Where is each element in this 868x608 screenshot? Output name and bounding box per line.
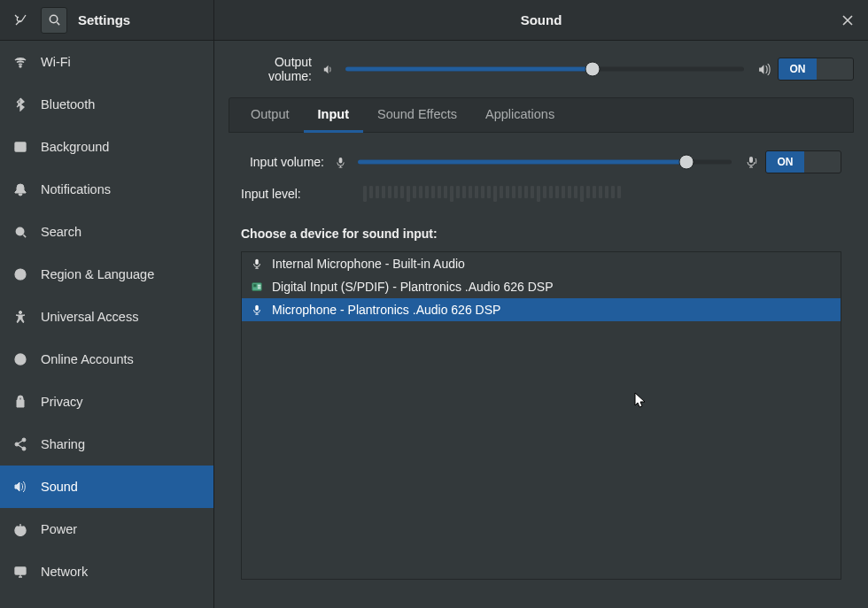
sidebar-item-label: Universal Access <box>41 310 138 324</box>
main-panel: Sound Output volume: <box>214 0 868 608</box>
wifi-icon <box>12 54 28 70</box>
sidebar-item-wi-fi[interactable]: Wi-Fi <box>0 41 213 83</box>
sound-tabs: OutputInputSound EffectsApplications <box>229 97 854 133</box>
volume-high-icon <box>751 62 778 77</box>
sidebar-item-label: Network <box>41 565 88 579</box>
output-volume-slider[interactable] <box>345 62 744 76</box>
sidebar-item-label: Privacy <box>41 395 83 409</box>
sidebar-item-label: Region & Language <box>41 267 154 281</box>
svg-point-3 <box>16 227 23 235</box>
card-icon <box>249 279 265 295</box>
device-item[interactable]: Internal Microphone - Built-in Audio <box>242 252 841 275</box>
toggle-on-label: ON <box>779 58 817 80</box>
svg-rect-12 <box>749 157 753 163</box>
mic-high-icon <box>739 155 765 169</box>
sidebar-item-label: Sharing <box>41 437 85 451</box>
sidebar-item-sharing[interactable]: Sharing <box>0 423 213 466</box>
tab-input[interactable]: Input <box>304 98 363 133</box>
sidebar-item-power[interactable]: Power <box>0 508 213 550</box>
input-volume-label: Input volume: <box>241 155 329 169</box>
sidebar-item-notifications[interactable]: Notifications <box>0 168 213 211</box>
tab-applications[interactable]: Applications <box>471 98 569 132</box>
sidebar-item-label: Bluetooth <box>41 97 95 112</box>
sidebar-item-network[interactable]: Network <box>0 550 213 593</box>
sidebar-nav: Wi-FiBluetoothBackgroundNotificationsSea… <box>0 41 213 608</box>
tab-output[interactable]: Output <box>236 98 304 132</box>
device-label: Internal Microphone - Built-in Audio <box>272 257 465 271</box>
sidebar-item-privacy[interactable]: Privacy <box>0 381 213 423</box>
input-level-meter <box>356 186 841 202</box>
search-icon <box>12 224 28 240</box>
device-label: Digital Input (S/PDIF) - Plantronics .Au… <box>272 280 553 294</box>
sidebar-item-search[interactable]: Search <box>0 211 213 253</box>
sidebar-item-online-accounts[interactable]: Online Accounts <box>0 338 213 381</box>
power-icon <box>12 521 28 537</box>
sidebar-item-sound[interactable]: Sound <box>0 466 213 508</box>
sidebar: Settings Wi-FiBluetoothBackgroundNotific… <box>0 0 214 608</box>
close-button[interactable] <box>827 0 868 41</box>
tab-sound-effects[interactable]: Sound Effects <box>363 98 471 132</box>
bluetooth-icon <box>12 96 28 112</box>
search-button[interactable] <box>41 7 67 34</box>
sidebar-item-background[interactable]: Background <box>0 126 213 168</box>
svg-point-0 <box>50 15 57 22</box>
svg-rect-13 <box>255 259 259 265</box>
input-level-row: Input level: <box>241 186 841 202</box>
main-header: Sound <box>214 0 868 41</box>
sidebar-item-label: Search <box>41 225 81 239</box>
bell-icon <box>12 181 28 197</box>
svg-rect-15 <box>254 284 257 287</box>
output-volume-row: Output volume: ON <box>229 55 854 83</box>
choose-device-label: Choose a device for sound input: <box>241 227 841 241</box>
sidebar-item-region-language[interactable]: Region & Language <box>0 253 213 296</box>
mic-low-icon <box>329 156 351 169</box>
device-item[interactable]: Digital Input (S/PDIF) - Plantronics .Au… <box>242 275 841 298</box>
access-icon <box>12 309 28 325</box>
device-label: Microphone - Plantronics .Audio 626 DSP <box>272 303 500 317</box>
share-icon <box>12 436 28 452</box>
input-device-list: Internal Microphone - Built-in AudioDigi… <box>241 251 841 580</box>
accounts-icon <box>12 351 28 367</box>
sidebar-item-label: Notifications <box>41 182 111 196</box>
svg-rect-16 <box>255 305 259 311</box>
svg-point-1 <box>19 65 21 67</box>
svg-rect-11 <box>338 157 342 163</box>
svg-point-5 <box>19 311 21 313</box>
input-volume-toggle[interactable]: ON <box>765 150 841 173</box>
output-volume-label: Output volume: <box>229 55 317 83</box>
sound-icon <box>12 479 28 495</box>
page-title: Sound <box>521 12 562 27</box>
sidebar-item-label: Online Accounts <box>41 352 134 366</box>
input-tab-body: Input volume: <box>229 133 854 592</box>
sidebar-item-bluetooth[interactable]: Bluetooth <box>0 83 213 126</box>
sidebar-item-label: Sound <box>41 480 78 494</box>
sidebar-item-label: Background <box>41 140 109 154</box>
toggle-on-label: ON <box>766 151 804 173</box>
settings-app: Settings Wi-FiBluetoothBackgroundNotific… <box>0 0 868 608</box>
sidebar-item-universal-access[interactable]: Universal Access <box>0 296 213 338</box>
sidebar-header: Settings <box>0 0 213 41</box>
svg-rect-10 <box>15 567 26 574</box>
output-volume-slider-wrap <box>338 62 751 76</box>
mic-icon <box>249 302 265 318</box>
device-item[interactable]: Microphone - Plantronics .Audio 626 DSP <box>242 298 841 321</box>
volume-low-icon <box>317 63 338 76</box>
background-icon <box>12 139 28 155</box>
sidebar-item-label: Wi-Fi <box>41 55 71 69</box>
privacy-icon <box>12 394 28 410</box>
tools-icon[interactable] <box>7 7 34 34</box>
network-icon <box>12 564 28 580</box>
input-volume-row: Input volume: <box>241 150 841 173</box>
input-volume-slider-wrap <box>351 155 739 169</box>
mic-icon <box>249 256 265 272</box>
main-body: Output volume: ON <box>214 41 868 608</box>
output-volume-toggle[interactable]: ON <box>778 58 854 81</box>
sidebar-item-label: Power <box>41 522 77 536</box>
input-volume-slider[interactable] <box>358 155 732 169</box>
sidebar-title: Settings <box>78 12 130 27</box>
input-level-label: Input level: <box>241 187 356 201</box>
globe-icon <box>12 266 28 282</box>
